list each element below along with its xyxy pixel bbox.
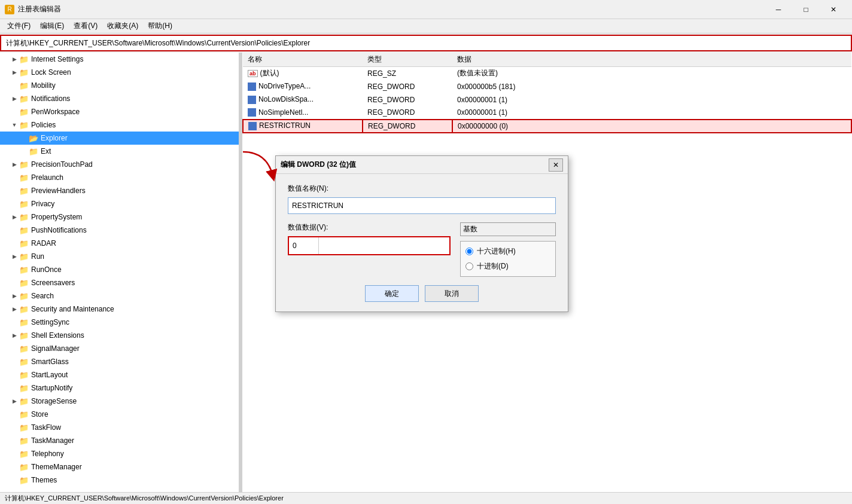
tree-item-smartglass[interactable]: 📁SmartGlass (0, 355, 239, 368)
cell-data-default: (数值未设置) (452, 67, 851, 80)
tree-item-search[interactable]: 📁Search (0, 289, 239, 303)
tree-label-themes: Themes (31, 476, 57, 484)
tree-label-prelaunch: Prelaunch (31, 173, 63, 182)
menu-help[interactable]: 帮助(H) (143, 20, 177, 32)
tree-item-prelaunch[interactable]: 📁Prelaunch (0, 171, 239, 184)
table-row-nodrivetypea[interactable]: NoDriveTypeA...REG_DWORD0x000000b5 (181) (243, 80, 851, 93)
maximize-button[interactable]: □ (792, 0, 820, 19)
tree-item-startlayout[interactable]: 📁StartLayout (0, 368, 239, 381)
radio-dec[interactable] (465, 262, 473, 270)
tree-item-store[interactable]: 📁Store (0, 408, 239, 421)
tree-label-runonce: RunOnce (31, 265, 62, 274)
tree-label-taskmanager: TaskManager (31, 436, 74, 445)
window-controls: ─ □ ✕ (765, 0, 847, 19)
radio-hex[interactable] (465, 248, 473, 255)
tree-item-run[interactable]: 📁Run (0, 250, 239, 263)
tree-item-pushnotifications[interactable]: 📁PushNotifications (0, 224, 239, 237)
col-type-header: 类型 (363, 53, 452, 67)
tree-item-security-maintenance[interactable]: 📁Security and Maintenance (0, 303, 239, 316)
tree-item-privacy[interactable]: 📁Privacy (0, 197, 239, 210)
folder-icon-shell-extensions: 📁 (19, 331, 29, 340)
folder-icon-signalmanager: 📁 (19, 344, 29, 353)
col-name-header: 名称 (243, 53, 363, 67)
folder-icon-runonce: 📁 (19, 265, 29, 274)
tree-item-signalmanager[interactable]: 📁SignalManager (0, 342, 239, 355)
tree-arrow-notifications (10, 96, 19, 102)
col-data-header: 数据 (452, 53, 851, 67)
folder-icon-precisiontouchpad: 📁 (19, 160, 29, 169)
tree-item-startupnotify[interactable]: 📁StartupNotify (0, 381, 239, 395)
tree-label-radar: RADAR (31, 239, 56, 248)
tree-arrow-shell-extensions (10, 332, 19, 338)
cell-name-restrictrun: RESTRICTRUN (243, 120, 363, 133)
tree-label-telephony: Telephony (31, 450, 64, 458)
table-row-nosimplenetl[interactable]: NoSimpleNetl...REG_DWORD0x00000001 (1) (243, 106, 851, 120)
radio-hex-label: 十六进制(H) (477, 246, 516, 256)
tree-item-shell-extensions[interactable]: 📁Shell Extensions (0, 329, 239, 342)
ok-button[interactable]: 确定 (365, 285, 419, 302)
tree-arrow-propertysystem (10, 214, 19, 220)
value-input-rest[interactable] (319, 237, 449, 254)
tree-item-previewhandlers[interactable]: 📁PreviewHandlers (0, 184, 239, 197)
menu-favorites[interactable]: 收藏夹(A) (102, 20, 143, 32)
tree-item-thememanager[interactable]: 📁ThemeManager (0, 460, 239, 474)
tree-item-ext[interactable]: 📁Ext (0, 145, 239, 158)
tree-item-settingsync[interactable]: 📁SettingSync (0, 316, 239, 329)
folder-icon-propertysystem: 📁 (19, 213, 29, 222)
tree-item-precisiontouchpad[interactable]: 📁PrecisionTouchPad (0, 158, 239, 171)
tree-item-runonce[interactable]: 📁RunOnce (0, 263, 239, 276)
menu-file[interactable]: 文件(F) (2, 20, 35, 32)
folder-icon-lock-screen: 📁 (19, 68, 29, 77)
folder-icon-settingsync: 📁 (19, 318, 29, 327)
tree-item-themes[interactable]: 📁Themes (0, 474, 239, 487)
edit-dword-dialog: 编辑 DWORD (32 位)值 ✕ 数值名称(N): 数值数据(V): 基数 (275, 155, 568, 312)
folder-icon-mobility: 📁 (19, 81, 29, 90)
tree-label-privacy: Privacy (31, 200, 54, 208)
menu-edit[interactable]: 编辑(E) (35, 20, 69, 32)
base-section: 基数 十六进制(H) 十进制(D) (460, 222, 556, 277)
tree-label-ext: Ext (41, 147, 51, 155)
tree-item-penworkspace[interactable]: 📁PenWorkspace (0, 105, 239, 118)
tree-item-screensavers[interactable]: 📁Screensavers (0, 276, 239, 289)
folder-icon-thememanager: 📁 (19, 463, 29, 472)
tree-item-radar[interactable]: 📁RADAR (0, 237, 239, 250)
tree-item-explorer[interactable]: 📂Explorer (0, 132, 239, 145)
minimize-button[interactable]: ─ (765, 0, 792, 19)
data-row: 数值数据(V): 基数 十六进制(H) (288, 222, 556, 277)
menu-view[interactable]: 查看(V) (69, 20, 102, 32)
value-input[interactable] (289, 237, 319, 254)
tree-label-store: Store (31, 410, 48, 419)
tree-item-taskmanager[interactable]: 📁TaskManager (0, 434, 239, 447)
tree-label-notifications: Notifications (31, 94, 70, 103)
radio-hex-item[interactable]: 十六进制(H) (465, 246, 550, 256)
dword-icon (248, 122, 257, 130)
folder-icon-explorer: 📂 (29, 134, 38, 143)
dialog-close-button[interactable]: ✕ (549, 158, 563, 172)
tree-item-notifications[interactable]: 📁Notifications (0, 92, 239, 105)
cancel-button[interactable]: 取消 (425, 285, 479, 302)
address-text[interactable]: 计算机\HKEY_CURRENT_USER\Software\Microsoft… (4, 38, 310, 48)
tree-label-internet-settings: Internet Settings (31, 55, 83, 63)
dialog-title: 编辑 DWORD (32 位)值 (281, 160, 549, 170)
dword-icon (248, 83, 256, 91)
tree-item-propertysystem[interactable]: 📁PropertySystem (0, 210, 239, 224)
tree-arrow-lock-screen (10, 69, 19, 75)
tree-item-policies[interactable]: 📁Policies (0, 118, 239, 132)
table-row-restrictrun[interactable]: RESTRICTRUNREG_DWORD0x00000000 (0) (243, 120, 851, 133)
tree-item-taskflow[interactable]: 📁TaskFlow (0, 421, 239, 434)
table-row-nolowdiskspace[interactable]: NoLowDiskSpa...REG_DWORD0x00000001 (1) (243, 93, 851, 106)
name-input[interactable] (288, 197, 556, 214)
tree-item-storagesense[interactable]: 📁StorageSense (0, 395, 239, 408)
tree-item-lock-screen[interactable]: 📁Lock Screen (0, 66, 239, 79)
radio-dec-item[interactable]: 十进制(D) (465, 261, 550, 271)
cell-data-restrictrun: 0x00000000 (0) (452, 120, 851, 133)
folder-icon-penworkspace: 📁 (19, 108, 29, 117)
table-row-default[interactable]: ab(默认)REG_SZ(数值未设置) (243, 67, 851, 80)
tree-item-telephony[interactable]: 📁Telephony (0, 447, 239, 460)
close-button[interactable]: ✕ (820, 0, 847, 19)
tree-item-internet-settings[interactable]: 📁Internet Settings (0, 53, 239, 66)
tree-item-mobility[interactable]: 📁Mobility (0, 79, 239, 92)
folder-icon-pushnotifications: 📁 (19, 226, 29, 235)
cell-name-nosimplenetl: NoSimpleNetl... (243, 106, 363, 120)
tree-label-startupnotify: StartupNotify (31, 384, 72, 392)
